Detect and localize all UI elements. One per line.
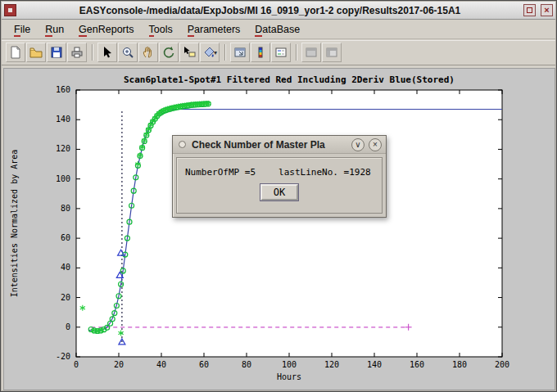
plot-tools-show-button[interactable] xyxy=(322,43,342,62)
svg-text:80: 80 xyxy=(61,204,70,213)
window-title: EASYconsole-/media/data/ExpJobs/MI 16_09… xyxy=(19,5,521,16)
last-line-no-value: lastLineNo. =1928 xyxy=(278,167,371,178)
number-of-mp-value: NumberOfMP =5 xyxy=(185,167,256,178)
svg-text:140: 140 xyxy=(367,360,382,369)
figure-toolbar: ▾ xyxy=(2,40,555,65)
svg-text:100: 100 xyxy=(56,174,70,183)
dialog-title: Check Number of Master Pla xyxy=(192,139,347,151)
dock-figure-button[interactable] xyxy=(230,43,250,62)
svg-text:140: 140 xyxy=(56,115,70,124)
zoom-in-button[interactable] xyxy=(118,43,138,62)
svg-text:60: 60 xyxy=(61,233,70,242)
iconify-icon xyxy=(8,8,12,12)
menu-tools[interactable]: Tools xyxy=(142,21,180,37)
rotate-3d-button[interactable] xyxy=(159,43,179,62)
svg-text:120: 120 xyxy=(324,360,339,369)
iconify-button[interactable] xyxy=(4,4,16,16)
svg-text:Hours: Hours xyxy=(277,372,301,381)
maximize-icon xyxy=(527,7,532,13)
svg-text:0: 0 xyxy=(66,322,70,331)
insert-legend-button[interactable] xyxy=(271,43,291,62)
dialog-button-row: OK xyxy=(185,184,374,201)
rotate-icon xyxy=(161,45,176,60)
menu-run[interactable]: Run xyxy=(38,21,71,37)
menu-file[interactable]: File xyxy=(7,21,38,37)
svg-text:40: 40 xyxy=(156,360,166,369)
dialog-collapse-button[interactable]: ∨ xyxy=(351,138,365,151)
plot-tools-hide-button[interactable] xyxy=(301,43,321,62)
svg-text:20: 20 xyxy=(61,293,70,302)
svg-text:120: 120 xyxy=(56,144,70,153)
svg-text:180: 180 xyxy=(452,360,467,369)
menu-genreports[interactable]: GenReports xyxy=(71,21,141,37)
svg-text:100: 100 xyxy=(282,360,297,369)
pan-hand-button[interactable] xyxy=(138,43,158,62)
svg-text:Intensities Normalized by Area: Intensities Normalized by Area xyxy=(10,150,19,298)
plot-canvas[interactable]: 020406080100120140160180200-200204060801… xyxy=(4,69,555,390)
ok-button[interactable]: OK xyxy=(260,184,298,201)
toolbar-separator xyxy=(92,44,93,61)
close-button[interactable]: × xyxy=(541,4,553,16)
svg-text:160: 160 xyxy=(56,85,70,94)
dock-window-icon xyxy=(233,45,247,60)
dialog-body: NumberOfMP =5 lastLineNo. =1928 OK xyxy=(176,157,383,214)
save-figure-button[interactable] xyxy=(47,43,66,62)
edit-arrow-button[interactable] xyxy=(97,43,117,62)
toolbar-separator xyxy=(224,44,226,61)
dialog-close-button[interactable]: × xyxy=(369,138,382,151)
figure-area: 020406080100120140160180200-200204060801… xyxy=(3,68,555,390)
printer-icon xyxy=(70,45,84,60)
toolbar-separator xyxy=(296,44,297,61)
dialog-window-icon xyxy=(179,141,186,148)
colorbar-icon xyxy=(253,45,268,60)
open-file-button[interactable] xyxy=(26,43,46,62)
menu-bar: File Run GenReports Tools Parameters Dat… xyxy=(2,20,555,39)
svg-text:40: 40 xyxy=(61,263,70,272)
close-icon: × xyxy=(373,140,378,149)
chevron-down-icon: ▾ xyxy=(214,49,217,56)
new-figure-button[interactable] xyxy=(6,43,25,62)
svg-text:Scan6plate1-Spot#1 Filtered Re: Scan6plate1-Spot#1 Filtered Red Includin… xyxy=(124,74,455,85)
svg-text:-20: -20 xyxy=(56,352,70,361)
print-figure-button[interactable] xyxy=(67,43,87,62)
insert-colorbar-button[interactable] xyxy=(251,43,270,62)
new-figure-icon xyxy=(8,45,23,60)
maximize-button[interactable] xyxy=(523,4,536,16)
menu-parameters[interactable]: Parameters xyxy=(180,21,248,37)
save-disk-icon xyxy=(49,45,64,60)
svg-text:20: 20 xyxy=(114,360,124,369)
cursor-arrow-icon xyxy=(100,45,115,60)
brush-color-button[interactable]: ▾ xyxy=(200,43,220,62)
chevron-down-icon: ∨ xyxy=(355,140,360,149)
plot-tools-hide-icon xyxy=(304,45,319,60)
svg-text:60: 60 xyxy=(199,360,209,369)
menu-database[interactable]: DataBase xyxy=(247,21,307,37)
svg-text:80: 80 xyxy=(242,360,251,369)
svg-text:0: 0 xyxy=(74,360,79,369)
window-titlebar[interactable]: EASYconsole-/media/data/ExpJobs/MI 16_09… xyxy=(2,2,555,20)
app-window: EASYconsole-/media/data/ExpJobs/MI 16_09… xyxy=(0,0,557,392)
plot-tools-show-icon xyxy=(324,45,339,60)
open-folder-icon xyxy=(29,45,43,60)
zoom-in-icon xyxy=(120,45,135,60)
svg-text:200: 200 xyxy=(495,360,509,369)
dialog-message: NumberOfMP =5 lastLineNo. =1928 xyxy=(185,167,374,178)
dialog-titlebar[interactable]: Check Number of Master Pla ∨ × xyxy=(173,136,386,154)
datatip-icon xyxy=(182,45,197,60)
legend-icon xyxy=(274,45,288,60)
hand-icon xyxy=(141,45,156,60)
close-icon: × xyxy=(544,5,549,15)
data-cursor-button[interactable] xyxy=(179,43,199,62)
check-master-plate-dialog: Check Number of Master Pla ∨ × NumberOfM… xyxy=(172,135,387,218)
svg-text:160: 160 xyxy=(410,360,424,369)
